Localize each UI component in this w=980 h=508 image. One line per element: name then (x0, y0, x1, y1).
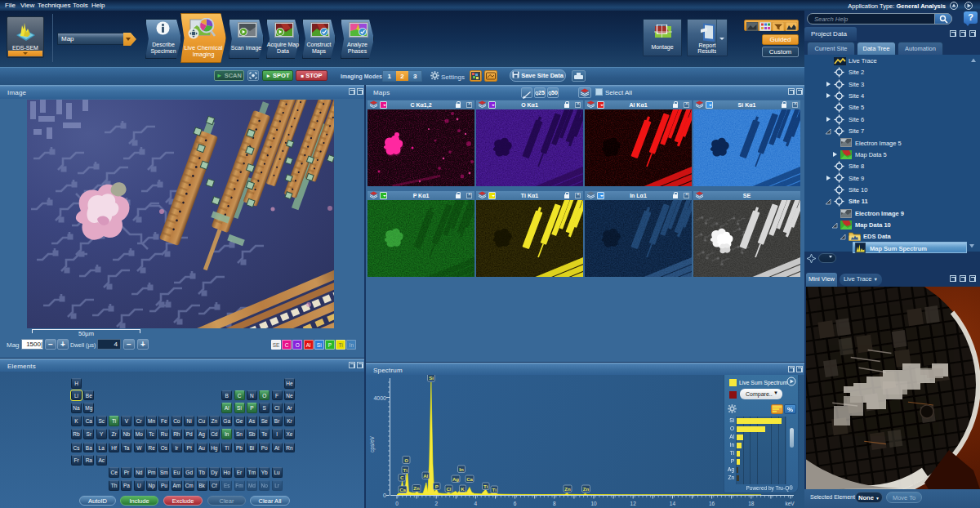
svg-text:Ti: Ti (403, 468, 408, 473)
svg-text:Ca: Ca (466, 477, 473, 482)
svg-text:Ti: Ti (492, 488, 497, 492)
svg-text:Si: Si (429, 376, 434, 381)
svg-text:0: 0 (395, 501, 399, 506)
svg-text:6: 6 (514, 501, 517, 506)
svg-text:O: O (404, 458, 408, 463)
svg-text:18: 18 (748, 501, 755, 506)
svg-text:In: In (459, 467, 464, 472)
svg-text:16: 16 (709, 501, 715, 506)
svg-text:cps/eV: cps/eV (369, 435, 376, 452)
svg-text:14: 14 (670, 501, 676, 506)
svg-text:8: 8 (553, 501, 556, 506)
svg-text:Ca: Ca (399, 488, 406, 492)
svg-text:Ti: Ti (483, 484, 488, 489)
svg-text:12: 12 (630, 501, 637, 506)
svg-text:10: 10 (590, 501, 597, 506)
svg-text:0: 0 (383, 492, 386, 498)
svg-text:K: K (461, 487, 465, 492)
svg-text:Cl: Cl (447, 487, 452, 492)
svg-text:4000: 4000 (373, 395, 386, 401)
svg-text:C: C (400, 475, 404, 480)
svg-text:Zn: Zn (413, 486, 420, 491)
svg-text:Zn: Zn (583, 487, 590, 492)
svg-text:Al: Al (423, 474, 428, 479)
svg-text:2: 2 (434, 501, 438, 506)
svg-text:Ag: Ag (452, 477, 459, 482)
svg-text:keV: keV (785, 501, 795, 506)
svg-text:Zn: Zn (564, 487, 571, 492)
svg-text:P: P (435, 484, 439, 489)
svg-text:4: 4 (474, 501, 478, 506)
